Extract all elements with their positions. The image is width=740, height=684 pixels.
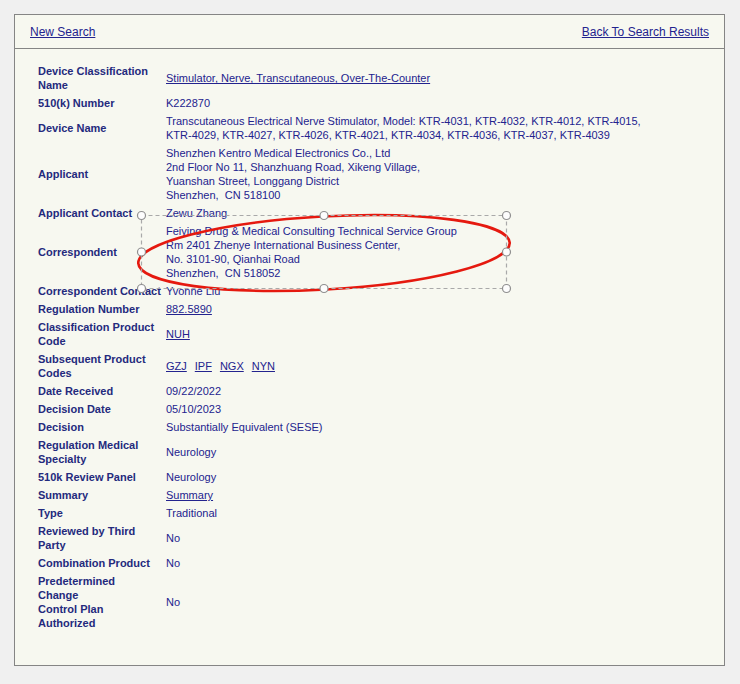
field-value: K222870 bbox=[166, 94, 716, 112]
field-value-link[interactable]: NYN bbox=[252, 360, 275, 372]
field-value-link[interactable]: Summary bbox=[166, 489, 213, 501]
field-value-text: Zewu Zhang bbox=[166, 207, 227, 219]
field-value: Stimulator, Nerve, Transcutaneous, Over-… bbox=[166, 62, 716, 94]
field-value-text: Traditional bbox=[166, 507, 217, 519]
field-value-text: Yvonne Liu bbox=[166, 285, 220, 297]
field-value-link[interactable]: 882.5890 bbox=[166, 303, 212, 315]
field-value-text: Substantially Equivalent (SESE) bbox=[166, 421, 323, 433]
field-label: Decision Date bbox=[38, 400, 166, 418]
field-row: Applicant ContactZewu Zhang bbox=[38, 204, 716, 222]
field-label: Device Name bbox=[38, 112, 166, 144]
field-label: Device Classification Name bbox=[38, 62, 166, 94]
field-value-link[interactable]: NUH bbox=[166, 328, 190, 340]
field-label: Correspondent bbox=[38, 222, 166, 282]
field-row: Decision Date05/10/2023 bbox=[38, 400, 716, 418]
field-value-line: Feiying Drug & Medical Consulting Techni… bbox=[166, 224, 716, 238]
field-value-text: Neurology bbox=[166, 471, 216, 483]
field-value: 05/10/2023 bbox=[166, 400, 716, 418]
field-label: Subsequent Product Codes bbox=[38, 350, 166, 382]
field-row: Date Received09/22/2022 bbox=[38, 382, 716, 400]
field-label: Regulation Medical Specialty bbox=[38, 436, 166, 468]
field-value-text: 05/10/2023 bbox=[166, 403, 221, 415]
field-value: Feiying Drug & Medical Consulting Techni… bbox=[166, 222, 716, 282]
field-label: Date Received bbox=[38, 382, 166, 400]
field-value: 09/22/2022 bbox=[166, 382, 716, 400]
field-value-text: 09/22/2022 bbox=[166, 385, 221, 397]
field-label: Type bbox=[38, 504, 166, 522]
field-row: 510(k) NumberK222870 bbox=[38, 94, 716, 112]
back-to-search-results-link[interactable]: Back To Search Results bbox=[582, 25, 709, 39]
field-row: Device NameTranscutaneous Electrical Ner… bbox=[38, 112, 716, 144]
field-label: 510k Review Panel bbox=[38, 468, 166, 486]
field-row: Reviewed by Third PartyNo bbox=[38, 522, 716, 554]
field-value: Neurology bbox=[166, 436, 716, 468]
field-row: SummarySummary bbox=[38, 486, 716, 504]
field-value-text: No bbox=[166, 532, 180, 544]
field-row: CorrespondentFeiying Drug & Medical Cons… bbox=[38, 222, 716, 282]
field-row: TypeTraditional bbox=[38, 504, 716, 522]
field-row: Correspondent ContactYvonne Liu bbox=[38, 282, 716, 300]
field-row: DecisionSubstantially Equivalent (SESE) bbox=[38, 418, 716, 436]
field-value: Substantially Equivalent (SESE) bbox=[166, 418, 716, 436]
field-row: Regulation Medical SpecialtyNeurology bbox=[38, 436, 716, 468]
field-value: Shenzhen Kentro Medical Electronics Co.,… bbox=[166, 144, 716, 204]
field-value-line: KTR-4029, KTR-4027, KTR-4026, KTR-4021, … bbox=[166, 128, 716, 142]
field-value: GZJIPFNGXNYN bbox=[166, 350, 716, 382]
field-value-link[interactable]: IPF bbox=[195, 360, 212, 372]
field-value-line: Shenzhen, CN 518052 bbox=[166, 266, 716, 280]
field-label: Decision bbox=[38, 418, 166, 436]
field-label: Correspondent Contact bbox=[38, 282, 166, 300]
field-value-text: Neurology bbox=[166, 446, 216, 458]
field-row: Regulation Number882.5890 bbox=[38, 300, 716, 318]
field-value: NUH bbox=[166, 318, 716, 350]
field-value: 882.5890 bbox=[166, 300, 716, 318]
field-value-text: No bbox=[166, 596, 180, 608]
device-detail-table: Device Classification NameStimulator, Ne… bbox=[38, 62, 716, 632]
field-row: Combination ProductNo bbox=[38, 554, 716, 572]
field-value-line: No. 3101-90, Qianhai Road bbox=[166, 252, 716, 266]
field-row: 510k Review PanelNeurology bbox=[38, 468, 716, 486]
field-value-text: No bbox=[166, 557, 180, 569]
field-value-line: Yuanshan Street, Longgang District bbox=[166, 174, 716, 188]
field-label: Regulation Number bbox=[38, 300, 166, 318]
field-label: Combination Product bbox=[38, 554, 166, 572]
field-value-line: Rm 2401 Zhenye International Business Ce… bbox=[166, 238, 716, 252]
field-value-link[interactable]: GZJ bbox=[166, 360, 187, 372]
field-value: No bbox=[166, 522, 716, 554]
field-value: Neurology bbox=[166, 468, 716, 486]
detail-table-body: Device Classification NameStimulator, Ne… bbox=[38, 62, 716, 632]
field-row: Device Classification NameStimulator, Ne… bbox=[38, 62, 716, 94]
results-panel: New Search Back To Search Results Device… bbox=[14, 14, 725, 666]
field-label: Classification Product Code bbox=[38, 318, 166, 350]
field-value-link[interactable]: NGX bbox=[220, 360, 244, 372]
field-row: Subsequent Product CodesGZJIPFNGXNYN bbox=[38, 350, 716, 382]
field-value: Summary bbox=[166, 486, 716, 504]
toolbar: New Search Back To Search Results bbox=[15, 15, 724, 49]
field-value: Traditional bbox=[166, 504, 716, 522]
field-value: Yvonne Liu bbox=[166, 282, 716, 300]
field-label: 510(k) Number bbox=[38, 94, 166, 112]
field-row: Predetermined Change Control Plan Author… bbox=[38, 572, 716, 632]
field-row: ApplicantShenzhen Kentro Medical Electro… bbox=[38, 144, 716, 204]
field-value-line: Transcutaneous Electrical Nerve Stimulat… bbox=[166, 114, 716, 128]
field-value: No bbox=[166, 572, 716, 632]
field-value: Transcutaneous Electrical Nerve Stimulat… bbox=[166, 112, 716, 144]
field-value-line: 2nd Floor No 11, Shanzhuang Road, Xikeng… bbox=[166, 160, 716, 174]
field-label: Reviewed by Third Party bbox=[38, 522, 166, 554]
field-label: Predetermined Change Control Plan Author… bbox=[38, 572, 166, 632]
field-value: No bbox=[166, 554, 716, 572]
field-value-link[interactable]: Stimulator, Nerve, Transcutaneous, Over-… bbox=[166, 72, 430, 84]
field-label: Applicant Contact bbox=[38, 204, 166, 222]
new-search-link[interactable]: New Search bbox=[30, 25, 95, 39]
field-label: Summary bbox=[38, 486, 166, 504]
field-value-line: Shenzhen, CN 518100 bbox=[166, 188, 716, 202]
field-value-text: K222870 bbox=[166, 97, 210, 109]
field-label: Applicant bbox=[38, 144, 166, 204]
field-value-line: Shenzhen Kentro Medical Electronics Co.,… bbox=[166, 146, 716, 160]
field-value: Zewu Zhang bbox=[166, 204, 716, 222]
field-row: Classification Product CodeNUH bbox=[38, 318, 716, 350]
